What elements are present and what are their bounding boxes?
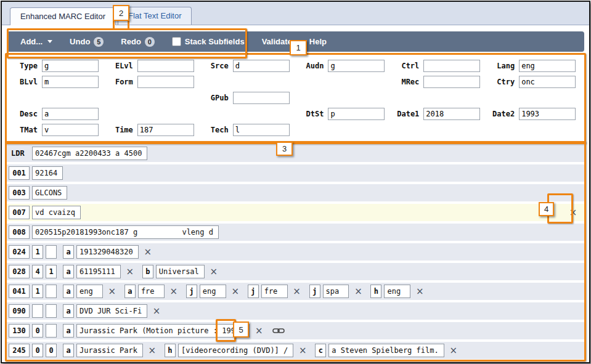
fixed-field-input-form[interactable] — [137, 76, 194, 88]
marc-028-subfield-code-a[interactable]: a — [63, 265, 74, 278]
fixed-field-input-tech[interactable] — [233, 124, 290, 136]
delete-subfield-button[interactable]: × — [142, 245, 154, 259]
tab-flat-text-editor[interactable]: Flat Text Editor — [118, 7, 192, 25]
marc-245-subfield-code-c[interactable]: c — [315, 344, 326, 357]
marc-028-indicator-1[interactable]: 4 — [32, 265, 43, 278]
marc-024-subfield-a-value[interactable]: 191329048320 — [76, 245, 139, 259]
marc-041-subfield-code-j[interactable]: j — [309, 285, 320, 298]
fixed-field-input-gpub[interactable] — [233, 92, 290, 104]
marc-041-subfield-j-value[interactable]: eng — [200, 285, 226, 298]
marc-130-subfield-code-a[interactable]: a — [63, 324, 74, 338]
marc-024-indicator-1[interactable]: 1 — [32, 245, 43, 259]
marc-245-subfield-code-a[interactable]: a — [63, 344, 74, 357]
stack-subfields-toggle[interactable]: Stack Subfields — [163, 37, 253, 46]
marc-090-indicator-2[interactable] — [46, 304, 57, 318]
marc-130-indicator-2[interactable] — [46, 324, 57, 338]
marc-245-subfield-c-value[interactable]: a Steven Spielberg film. — [328, 344, 444, 357]
validate-button[interactable]: Validate — [253, 37, 301, 46]
fixed-field-empty — [12, 91, 102, 104]
marc-024-subfield-code-a[interactable]: a — [63, 245, 74, 259]
help-button[interactable]: Help — [301, 37, 335, 46]
fixed-field-input-elvl[interactable] — [137, 60, 194, 72]
delete-subfield-button[interactable]: × — [208, 265, 220, 278]
delete-subfield-button[interactable]: × — [146, 344, 158, 357]
marc-245-subfield-a-value[interactable]: Jurassic Park — [76, 344, 143, 357]
fixed-field-input-time[interactable] — [137, 124, 194, 136]
marc-041-subfield-code-j[interactable]: j — [186, 285, 197, 298]
undo-button[interactable]: Undo 5 — [61, 37, 112, 47]
delete-subfield-button[interactable]: × — [296, 344, 309, 357]
fixed-field-input-dtst[interactable] — [328, 108, 385, 120]
fixed-field-input-ctrl[interactable] — [423, 60, 480, 72]
marc-001-value[interactable]: 92164 — [32, 166, 63, 180]
physical-characteristics-wizard-icon[interactable] — [543, 206, 555, 219]
fixed-field-input-tmat[interactable] — [42, 124, 99, 136]
marc-245-indicator-1[interactable]: 0 — [32, 344, 43, 357]
marc-090-subfield-code-a[interactable]: a — [63, 304, 74, 318]
marc-041-subfield-code-a[interactable]: a — [63, 285, 74, 298]
marc-024-indicator-2[interactable] — [46, 245, 57, 259]
marc-tag-028[interactable]: 028 — [9, 265, 30, 278]
marc-245-subfield-h-value[interactable]: [videorecording (DVD)] / — [178, 344, 293, 357]
fixed-field-input-mrec[interactable] — [423, 76, 480, 88]
marc-003-value[interactable]: GLCONS — [32, 186, 67, 200]
marc-007-value[interactable]: vd cvaizq — [32, 206, 81, 219]
marc-041-subfield-j-value[interactable]: spa — [323, 285, 349, 298]
marc-tag-007[interactable]: 007 — [9, 206, 30, 219]
marc-tag-003[interactable]: 003 — [9, 186, 30, 200]
fixed-field-input-date1[interactable] — [423, 108, 480, 120]
delete-subfield-button[interactable]: × — [414, 285, 426, 298]
tab-enhanced-marc-editor[interactable]: Enhanced MARC Editor — [10, 7, 116, 25]
marc-tag-024[interactable]: 024 — [9, 245, 30, 259]
marc-041-subfield-j-value[interactable]: fre — [261, 285, 288, 298]
delete-subfield-button[interactable]: × — [124, 265, 136, 278]
delete-subfield-button[interactable]: × — [447, 344, 460, 357]
fixed-field-input-ctry[interactable] — [519, 76, 576, 88]
fixed-field-input-type[interactable] — [42, 60, 99, 72]
delete-subfield-button[interactable]: × — [229, 285, 242, 298]
redo-button[interactable]: Redo 0 — [112, 37, 163, 47]
marc-130-subfield-a-value[interactable]: Jurassic Park (Motion picture : 1993) — [76, 324, 250, 338]
marc-041-subfield-h-value[interactable]: eng — [384, 285, 410, 298]
marc-090-indicator-1[interactable] — [32, 304, 43, 318]
delete-subfield-button[interactable]: × — [291, 285, 303, 298]
stack-subfields-checkbox[interactable] — [172, 37, 181, 46]
marc-028-subfield-b-value[interactable]: Universal — [156, 265, 205, 278]
fixed-field-input-srce[interactable] — [233, 60, 290, 72]
marc-028-indicator-2[interactable]: 1 — [46, 265, 57, 278]
delete-subfield-button[interactable]: × — [253, 324, 265, 338]
marc-ldr-value[interactable]: 02467cgm a2200433 a 4500 — [32, 147, 147, 160]
marc-245-subfield-code-h[interactable]: h — [165, 344, 176, 357]
marc-tag-041[interactable]: 041 — [9, 285, 30, 298]
delete-subfield-button[interactable]: × — [150, 304, 163, 318]
marc-090-subfield-a-value[interactable]: DVD JUR Sci-Fi — [76, 304, 147, 318]
fixed-field-input-desc[interactable] — [42, 108, 99, 120]
marc-041-indicator-1[interactable]: 1 — [32, 285, 43, 298]
fixed-field-input-audn[interactable] — [328, 60, 385, 72]
delete-subfield-button[interactable]: × — [106, 285, 118, 298]
delete-subfield-button[interactable]: × — [168, 285, 180, 298]
authority-link-icon[interactable] — [272, 324, 285, 338]
marc-041-subfield-a-value[interactable]: fre — [138, 285, 165, 298]
marc-008-value[interactable]: 020515p20181993onc187 g vleng d — [32, 225, 219, 239]
fixed-field-input-lang[interactable] — [519, 60, 576, 72]
add-button[interactable]: Add... — [12, 37, 61, 46]
marc-245-indicator-2[interactable]: 0 — [46, 344, 57, 357]
marc-tag-245[interactable]: 245 — [9, 344, 30, 357]
marc-tag-001[interactable]: 001 — [9, 166, 30, 180]
marc-041-subfield-code-a[interactable]: a — [124, 285, 136, 298]
marc-tag-130[interactable]: 130 — [9, 324, 30, 338]
marc-028-subfield-code-b[interactable]: b — [142, 265, 153, 278]
fixed-field-input-blvl[interactable] — [42, 76, 99, 88]
marc-tag-090[interactable]: 090 — [9, 304, 30, 318]
fixed-field-input-date2[interactable] — [519, 108, 576, 120]
marc-041-subfield-code-h[interactable]: h — [370, 285, 381, 298]
marc-041-subfield-a-value[interactable]: eng — [76, 285, 103, 298]
marc-041-indicator-2[interactable] — [46, 285, 57, 298]
marc-130-indicator-1[interactable]: 0 — [32, 324, 43, 338]
delete-subfield-button[interactable]: × — [352, 285, 364, 298]
delete-field-button[interactable]: × — [567, 206, 579, 219]
marc-tag-008[interactable]: 008 — [9, 225, 30, 239]
marc-028-subfield-a-value[interactable]: 61195111 — [76, 265, 121, 278]
marc-041-subfield-code-j[interactable]: j — [248, 285, 259, 298]
